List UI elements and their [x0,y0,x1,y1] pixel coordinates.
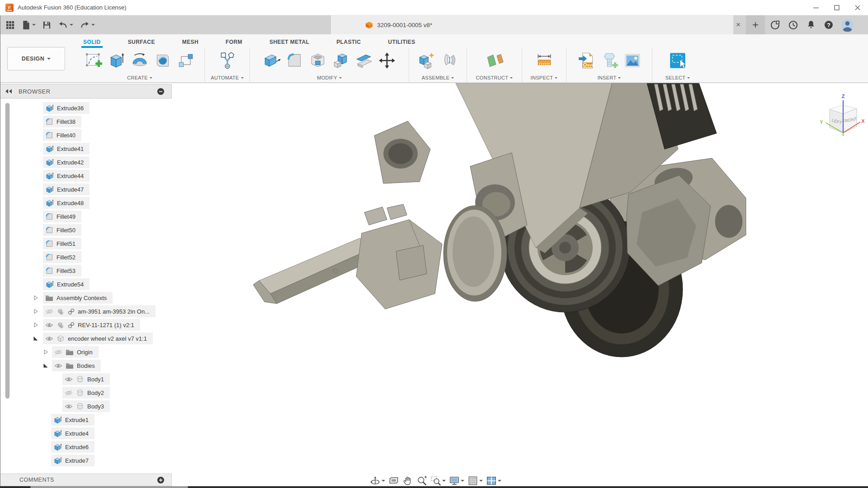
tree-item[interactable]: Extrude42 [43,156,90,168]
tree-row-fillet40[interactable]: Fillet40 [0,129,190,141]
notifications-bell-icon[interactable] [806,19,816,30]
tree-row-extrude47[interactable]: Extrude47 [0,183,190,196]
tree-row-fillet51[interactable]: Fillet51 [0,237,190,250]
add-comment-icon[interactable] [157,476,165,484]
avatar[interactable] [841,19,854,32]
tab-surface[interactable]: SURFACE [126,37,157,48]
tree-row-bodies[interactable]: Bodies [0,359,190,372]
group-label-automate[interactable]: AUTOMATE [205,73,250,82]
tree-row-extrude4[interactable]: Extrude4 [0,427,190,440]
group-label-construct[interactable]: CONSTRUCT [467,73,522,82]
tree-row-fillet50[interactable]: Fillet50 [0,224,190,236]
tree-item[interactable]: Body3 [62,400,110,412]
canvas-button[interactable] [622,50,643,71]
tree-item[interactable]: Extrude36 [43,102,90,114]
pan-button[interactable] [402,475,413,486]
document-tab[interactable]: 3209-0001-0005 v8* [331,15,733,34]
tree-row-extrude44[interactable]: Extrude44 [0,169,190,182]
tree-row-fillet49[interactable]: Fillet49 [0,210,190,223]
tree-row-assembly-contexts[interactable]: Assembly Contexts [0,291,190,304]
zoomwin-button[interactable] [430,475,446,486]
visibility-eye-off-icon[interactable] [65,390,73,396]
plane-button[interactable] [484,50,505,71]
tree-item[interactable]: Extrude4 [51,427,94,439]
visibility-eye-icon[interactable] [65,376,73,382]
tree-item[interactable]: Fillet51 [43,238,81,249]
browser-header[interactable]: BROWSER [0,84,172,99]
redo-button[interactable] [79,19,96,31]
browser-minimize-icon[interactable] [157,88,165,95]
tree-row-fillet53[interactable]: Fillet53 [0,264,190,277]
expander-closed-icon[interactable] [33,295,38,300]
shell-button[interactable] [307,50,328,71]
tab-sheet-metal[interactable]: SHEET METAL [268,37,311,48]
tree-row-extrude54[interactable]: Extrude54 [0,278,190,291]
tree-row-extrude6[interactable]: Extrude6 [0,441,190,453]
tab-solid[interactable]: SOLID [81,37,103,48]
newcomponent-button[interactable] [416,50,437,71]
tree-row-rev-11-1271-1-v2-1[interactable]: REV-11-1271 (1) v2:1 [0,319,190,331]
viewports-button[interactable] [486,475,501,486]
browser-collapse-icon[interactable] [5,89,12,94]
tree-row-am-3951-am-3953-2in-on[interactable]: am-3951 am-3953 2in On... [0,305,190,318]
grid-button[interactable] [467,475,483,486]
combine-button[interactable] [330,50,351,71]
file-menu-button[interactable] [21,19,37,31]
display-button[interactable] [449,475,464,486]
orbit-button[interactable] [370,475,385,486]
tree-item[interactable]: Fillet52 [43,251,81,263]
joint-button[interactable] [439,50,460,71]
group-label-inspect[interactable]: INSPECT [522,73,566,82]
tree-row-body3[interactable]: Body3 [0,400,190,413]
new-tab-button[interactable]: + [746,15,765,34]
tree-item[interactable]: Fillet49 [43,211,81,222]
tree-item[interactable]: Fillet40 [43,129,81,141]
tree-item[interactable]: Extrude47 [43,183,90,195]
measure-button[interactable] [534,50,555,71]
insertsvg-button[interactable]: SVG [576,50,597,71]
tree-item[interactable]: Extrude6 [51,441,94,453]
tab-mesh[interactable]: MESH [180,37,200,48]
fillet-button[interactable] [284,50,305,71]
extensions-icon[interactable] [769,19,781,31]
document-tab-close-button[interactable]: × [732,19,744,31]
tree-item[interactable]: Assembly Contexts [43,292,113,304]
extrude-button[interactable] [106,50,127,71]
tree-row-encoder-wheel-v2-axel-v7-v1-1[interactable]: encoder wheel v2 axel v7 v1:1 [0,332,190,345]
app-grid-button[interactable] [4,19,16,31]
undo-button[interactable] [57,19,74,31]
tree-item[interactable]: am-3951 am-3953 2in On... [43,305,156,317]
visibility-eye-off-icon[interactable] [45,309,53,314]
tree-row-extrude48[interactable]: Extrude48 [0,197,190,209]
tree-item[interactable]: encoder wheel v2 axel v7 v1:1 [43,333,153,344]
visibility-eye-icon[interactable] [45,322,53,328]
tree-item[interactable]: Body2 [62,387,110,399]
minimize-button[interactable] [806,0,826,15]
tree-item[interactable]: Extrude48 [43,197,90,209]
timeline-scrollbar-thumb[interactable] [30,486,188,488]
expander-closed-icon[interactable] [43,349,48,355]
tab-utilities[interactable]: UTILITIES [386,37,417,48]
tree-row-extrude1[interactable]: Extrude1 [0,413,190,426]
visibility-eye-off-icon[interactable] [54,349,62,355]
pattern-button[interactable] [175,50,196,71]
tree-item[interactable]: Fillet38 [43,116,81,127]
browser-scrollbar[interactable] [5,103,9,399]
hole-button[interactable] [152,50,173,71]
tree-row-fillet38[interactable]: Fillet38 [0,115,190,128]
job-status-clock-icon[interactable] [788,19,799,31]
group-label-insert[interactable]: INSERT [566,73,652,82]
close-button[interactable] [847,0,868,15]
visibility-eye-icon[interactable] [54,363,62,369]
tree-item[interactable]: Extrude41 [43,143,90,155]
expander-open-icon[interactable] [43,363,48,368]
fastener-button[interactable] [599,50,620,71]
tree-item[interactable]: Extrude54 [43,278,90,290]
tree-item[interactable]: Extrude1 [51,414,94,426]
sketch-button[interactable] [83,50,104,71]
split-button[interactable] [354,50,374,71]
group-label-modify[interactable]: MODIFY [250,73,409,82]
move-button[interactable] [377,50,397,71]
presspull-button[interactable] [261,50,282,71]
revolve-button[interactable] [129,50,150,71]
